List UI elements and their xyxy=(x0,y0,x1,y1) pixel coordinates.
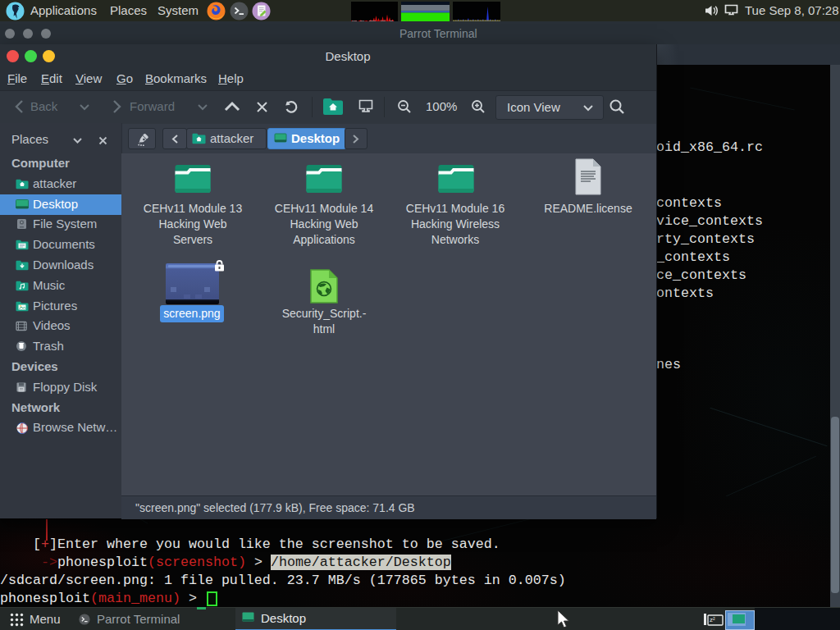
svg-text:z²: z² xyxy=(710,616,715,623)
